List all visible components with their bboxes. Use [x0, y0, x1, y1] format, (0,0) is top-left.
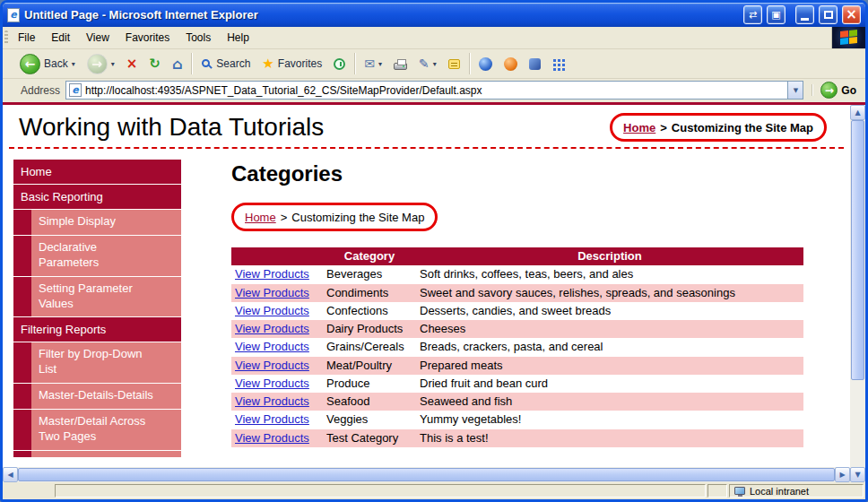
view-products-link[interactable]: View Products: [235, 412, 309, 426]
menubar-gripper[interactable]: [4, 30, 8, 45]
home-icon: ⌂: [172, 56, 182, 73]
arrow-down-icon: ▼: [855, 472, 860, 479]
table-row: View Products Confections Desserts, cand…: [231, 302, 803, 320]
refresh-button[interactable]: ↻: [143, 52, 166, 75]
scroll-left-button[interactable]: ◀: [3, 467, 18, 482]
go-label: Go: [841, 84, 856, 97]
sidebar-item-filter-by-dropdown-list[interactable]: Filter by Drop-Down List: [13, 342, 181, 383]
category-cell: Beverages: [323, 265, 416, 283]
menu-tools[interactable]: Tools: [178, 27, 219, 48]
history-button[interactable]: [328, 55, 351, 74]
edit-button[interactable]: ✎ ▾: [413, 53, 442, 74]
sidebar-item-label: Filtering Reports: [21, 323, 106, 336]
titlebar-window-button[interactable]: ▣: [767, 5, 786, 24]
search-icon: [202, 59, 210, 67]
maximize-button[interactable]: [819, 5, 838, 24]
vertical-scroll-thumb[interactable]: [851, 120, 864, 380]
sidebar-item-filtering-reports[interactable]: Filtering Reports: [13, 317, 181, 342]
titlebar-arrows-button[interactable]: ⇄: [743, 5, 762, 24]
view-products-link[interactable]: View Products: [235, 376, 309, 390]
maximize-icon: [824, 11, 833, 19]
minimize-button[interactable]: [795, 5, 814, 24]
sidebar-item-basic-reporting[interactable]: Basic Reporting: [13, 185, 181, 209]
page-title: Working with Data Tutorials: [19, 113, 324, 142]
view-products-link[interactable]: View Products: [235, 286, 309, 299]
page-header: Working with Data Tutorials Home>Customi…: [3, 105, 850, 145]
sidebar-item-setting-parameter-values[interactable]: Setting Parameter Values: [13, 277, 181, 317]
menu-view[interactable]: View: [78, 27, 117, 48]
breadcrumb-current: Customizing the Site Map: [291, 211, 424, 224]
refresh-icon: ↻: [149, 56, 161, 72]
home-button[interactable]: ⌂: [167, 52, 187, 76]
table-row: View Products Grains/Cereals Breads, cra…: [231, 338, 803, 356]
scroll-up-button[interactable]: ▲: [850, 105, 865, 120]
menu-favorites[interactable]: Favorites: [117, 27, 178, 48]
main-content: Categories Home>Customizing the Site Map: [231, 160, 850, 447]
messenger-button[interactable]: [473, 54, 498, 74]
description-cell: Dried fruit and bean curd: [416, 375, 803, 393]
view-products-link[interactable]: View Products: [235, 322, 309, 335]
research-icon: [529, 58, 541, 70]
view-products-link[interactable]: View Products: [235, 340, 309, 353]
go-arrow-icon: →: [825, 84, 834, 97]
sidebar-item-declarative-parameters[interactable]: Declarative Parameters: [13, 236, 181, 276]
research-button[interactable]: [524, 55, 546, 74]
status-small-panel: [707, 484, 727, 498]
titlebar: e Untitled Page - Microsoft Internet Exp…: [3, 3, 865, 27]
forward-arrow-icon: →: [91, 56, 102, 71]
view-products-link[interactable]: View Products: [235, 359, 309, 372]
view-products-link[interactable]: View Products: [235, 394, 309, 408]
msn-button[interactable]: [499, 54, 523, 74]
table-row: View Products Test Category This is a te…: [231, 429, 803, 447]
sidebar-item-master-details-details[interactable]: Master-Details-Details: [13, 384, 181, 409]
toolbar-separator: [354, 53, 355, 74]
menu-help[interactable]: Help: [219, 27, 257, 48]
sidebar-item-simple-display[interactable]: Simple Display: [13, 210, 181, 235]
stop-button[interactable]: ×: [121, 52, 143, 75]
discuss-button[interactable]: [443, 56, 465, 73]
menu-edit[interactable]: Edit: [43, 27, 78, 48]
forward-button[interactable]: → ▾: [82, 50, 120, 78]
menu-file[interactable]: File: [10, 27, 43, 48]
horizontal-scroll-thumb[interactable]: [18, 468, 835, 481]
horizontal-scrollbar[interactable]: ◀ ▶: [3, 467, 850, 482]
addressbar-separator: [812, 84, 812, 96]
search-button[interactable]: Search: [195, 54, 256, 74]
scroll-down-button[interactable]: ▼: [850, 467, 865, 482]
indent-gutter: [13, 451, 31, 457]
go-button[interactable]: → Go: [820, 82, 860, 99]
address-dropdown-button[interactable]: ▼: [787, 82, 803, 99]
print-button[interactable]: [388, 55, 412, 74]
top-breadcrumb-annotation: Home>Customizing the Site Map: [610, 113, 827, 142]
addressbar: Address e http://localhost:4935/ASPNET_D…: [3, 79, 865, 102]
sidebar-item-label: Master-Details-Details: [31, 384, 181, 409]
quick-launch-button[interactable]: [547, 55, 569, 74]
stop-icon: ×: [126, 56, 138, 72]
breadcrumb-home-link[interactable]: Home: [245, 211, 276, 224]
view-products-link[interactable]: View Products: [235, 304, 309, 317]
description-cell: Yummy vegetables!: [416, 411, 803, 428]
description-cell: Cheeses: [416, 320, 803, 338]
table-row: View Products Produce Dried fruit and be…: [231, 375, 803, 393]
favorites-button[interactable]: ★ Favorites: [256, 52, 327, 75]
search-label: Search: [216, 57, 250, 70]
category-cell: Grains/Cereals: [323, 338, 416, 356]
sidebar-item-master-detail-across-two-pages[interactable]: Master/Detail Across Two Pages: [13, 410, 181, 450]
sidebar-item-clipped[interactable]: [13, 451, 181, 457]
address-input[interactable]: e http://localhost:4935/ASPNET_Data_Tuto…: [65, 81, 803, 100]
view-products-link[interactable]: View Products: [235, 267, 309, 281]
breadcrumb-home-link[interactable]: Home: [623, 121, 655, 134]
indent-gutter: [13, 277, 31, 317]
close-button[interactable]: ×: [842, 5, 861, 24]
indent-gutter: [13, 342, 31, 383]
header-cell-category: Category: [323, 247, 416, 265]
scroll-right-button[interactable]: ▶: [835, 467, 850, 482]
sidebar-item-label: Setting Parameter Values: [31, 277, 181, 317]
view-products-link[interactable]: View Products: [235, 431, 309, 445]
sidebar-item-home[interactable]: Home: [13, 160, 181, 184]
category-cell: Veggies: [323, 411, 416, 428]
vertical-scrollbar[interactable]: ▲ ▼: [850, 105, 865, 482]
content-heading: Categories: [231, 161, 823, 186]
mail-button[interactable]: ✉ ▾: [359, 53, 387, 74]
back-button[interactable]: ← Back ▾: [14, 50, 81, 78]
